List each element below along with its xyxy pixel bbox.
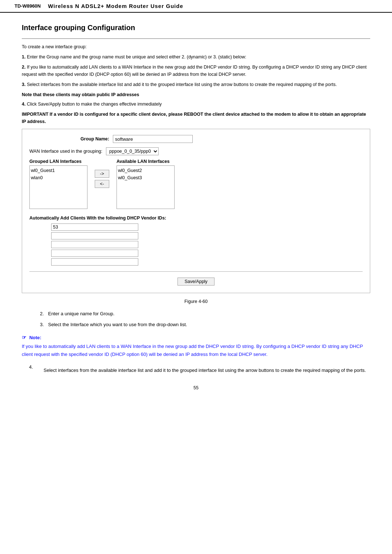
note-section: ☞ Note: If you like to automatically add… — [22, 335, 370, 358]
post-list-text-0: Enter a unique name for Group. — [48, 311, 114, 316]
arrow-back-button[interactable]: <- — [95, 180, 109, 188]
page-header: TD-W8960N Wireless N ADSL2+ Modem Router… — [0, 0, 392, 13]
arrow-forward-button[interactable]: -> — [95, 170, 109, 178]
group-name-row: Group Name: — [29, 135, 363, 143]
step3-body: Select interfaces from the available int… — [27, 82, 337, 87]
grouped-lan-item-0[interactable]: wl0_Guest1 — [31, 167, 86, 174]
guide-title: Wireless N ADSL2+ Modem Router User Guid… — [48, 3, 183, 9]
wan-select[interactable]: pppoe_0_0_35/ppp0 — [106, 147, 159, 155]
step4-pre-body: Click Save/Apply button to make the chan… — [27, 102, 162, 107]
intro-text: To create a new interface group: — [22, 43, 370, 50]
step4-pre-text: 4. Click Save/Apply button to make the c… — [22, 100, 370, 108]
config-box: Group Name: WAN Interface used in the gr… — [22, 129, 370, 293]
step2-number: 2. — [22, 65, 25, 70]
post-list-item-0: 2. Enter a unique name for Group. — [40, 310, 370, 318]
grouped-lan-item-1[interactable]: wlan0 — [31, 174, 86, 181]
step1-body: Enter the Group name and the group name … — [27, 54, 246, 59]
post-list-text-1: Select the Interface which you want to u… — [48, 322, 187, 327]
step2-text: 2. If you like to automatically add LAN … — [22, 63, 370, 78]
step3-number: 3. — [22, 82, 25, 87]
available-lan-col: Available LAN Interfaces wl0_Guest2 wl0_… — [117, 159, 175, 209]
available-lan-listbox[interactable]: wl0_Guest2 wl0_Guest3 — [117, 165, 175, 209]
grouped-lan-col: Grouped LAN Interfaces wl0_Guest1 wlan0 — [29, 159, 87, 209]
important-text: IMPORTANT If a vendor ID is configured f… — [22, 111, 370, 125]
page-title: Interface grouping Configuration — [22, 24, 370, 32]
note-header: ☞ Note: — [22, 335, 370, 340]
main-content: Interface grouping Configuration To crea… — [0, 13, 392, 412]
post-list-number-0: 2. — [40, 311, 44, 316]
dhcp-input-3[interactable] — [51, 250, 138, 257]
lan-section: Grouped LAN Interfaces wl0_Guest1 wlan0 … — [29, 159, 363, 209]
step4-text: Select interfaces from the available int… — [44, 366, 366, 374]
arrow-col: -> <- — [87, 159, 117, 188]
wan-row: WAN Interface used in the grouping: pppo… — [29, 147, 363, 155]
post-list-number-1: 3. — [40, 322, 44, 327]
post-figure-list: 2. Enter a unique name for Group. 3. Sel… — [40, 310, 370, 329]
bottom-divider — [29, 271, 363, 272]
note-bold-text: Note that these clients may obtain publi… — [22, 91, 370, 98]
available-lan-item-1[interactable]: wl0_Guest3 — [118, 174, 173, 181]
save-apply-button[interactable]: Save/Apply — [177, 278, 214, 286]
dhcp-input-1[interactable] — [51, 232, 138, 239]
dhcp-input-0[interactable] — [51, 223, 138, 231]
dhcp-section: Automatically Add Clients With the follo… — [29, 216, 363, 266]
dhcp-input-4[interactable] — [51, 258, 138, 266]
grouped-lan-listbox[interactable]: wl0_Guest1 wlan0 — [29, 165, 87, 209]
note-header-label: Note: — [29, 335, 41, 340]
figure-caption: Figure 4-60 — [22, 299, 370, 304]
grouped-lan-label: Grouped LAN Interfaces — [29, 159, 87, 164]
dhcp-input-2[interactable] — [51, 241, 138, 248]
dhcp-inputs-container — [51, 223, 363, 266]
step1-text: 1. Enter the Group name and the group na… — [22, 53, 370, 61]
step2-body: If you like to automatically add LAN cli… — [22, 65, 367, 77]
note-text: If you like to automatically add LAN cli… — [22, 342, 370, 358]
group-name-input[interactable] — [113, 135, 193, 143]
available-lan-label: Available LAN Interfaces — [117, 159, 175, 164]
page-number: 55 — [22, 385, 370, 398]
step4-number: 4. — [29, 364, 44, 374]
wan-label: WAN Interface used in the grouping: — [29, 149, 102, 154]
post-list-item-1: 3. Select the Interface which you want t… — [40, 321, 370, 329]
group-name-label: Group Name: — [29, 136, 109, 141]
step4-pre-number: 4. — [22, 102, 25, 107]
step1-number: 1. — [22, 54, 25, 59]
top-divider — [22, 38, 370, 39]
available-lan-item-0[interactable]: wl0_Guest2 — [118, 167, 173, 174]
note-icon: ☞ — [22, 335, 26, 340]
dhcp-section-label: Automatically Add Clients With the follo… — [29, 216, 363, 221]
step3-text: 3. Select interfaces from the available … — [22, 81, 370, 88]
step4-row: 4. Select interfaces from the available … — [22, 364, 370, 374]
instructions-block: To create a new interface group: 1. Ente… — [22, 43, 370, 125]
save-row: Save/Apply — [29, 278, 363, 286]
model-label: TD-W8960N — [15, 3, 41, 9]
